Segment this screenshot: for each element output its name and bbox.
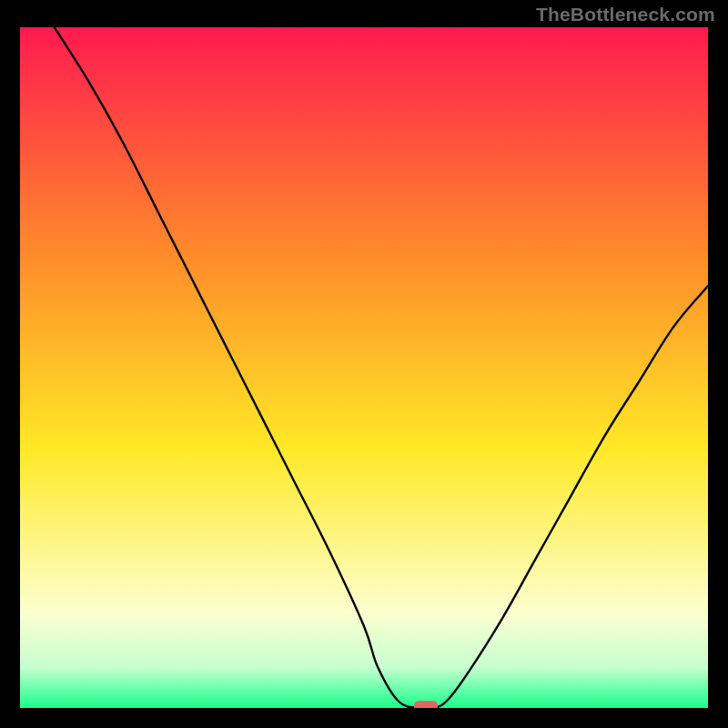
optimal-point-marker (414, 701, 438, 708)
chart-frame: TheBottleneck.com (0, 0, 728, 728)
gradient-background (20, 27, 708, 708)
watermark-text: TheBottleneck.com (536, 4, 715, 25)
plot-area (20, 27, 708, 708)
bottleneck-chart (20, 27, 708, 708)
